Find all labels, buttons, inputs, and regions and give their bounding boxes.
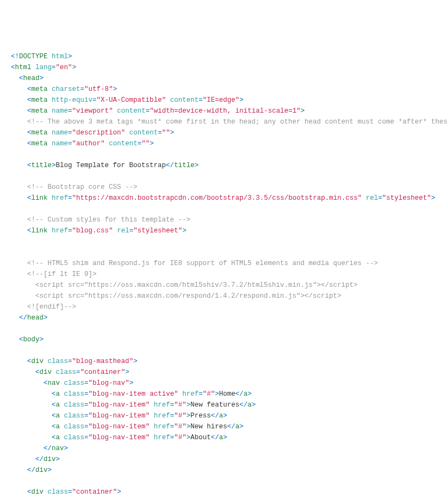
- code-line: <a class="blog-nav-item" href="#">New fe…: [11, 399, 436, 410]
- code-line: <!-- Bootstrap core CSS -->: [11, 182, 436, 193]
- code-line: <div class="blog-masthead">: [11, 356, 436, 367]
- code-line: <meta http-equiv="X-UA-Compatible" conte…: [11, 95, 436, 106]
- code-line: <body>: [11, 334, 436, 345]
- code-line: <link href="blog.css" rel="stylesheet">: [11, 225, 436, 236]
- code-line: <a class="blog-nav-item" href="#">About<…: [11, 432, 436, 443]
- code-line: <!DOCTYPE html>: [11, 51, 436, 62]
- code-line: <div class="container">: [11, 487, 436, 497]
- code-line: <meta name="viewport" content="width=dev…: [11, 106, 436, 116]
- code-line: <!-- Custom styles for this template -->: [11, 214, 436, 225]
- code-line: <!-- The above 3 meta tags *must* come f…: [11, 116, 436, 127]
- code-line: <nav class="blog-nav">: [11, 378, 436, 389]
- code-line: </head>: [11, 312, 436, 323]
- code-line: <meta name="author" content="">: [11, 138, 436, 149]
- code-line: <script src="https://oss.maxcdn.com/html…: [11, 280, 436, 291]
- code-line: <div class="container">: [11, 367, 436, 378]
- code-line: <!--[if lt IE 9]>: [11, 269, 436, 280]
- code-line: </div>: [11, 454, 436, 465]
- code-block: <!DOCTYPE html><html lang="en"> <head> <…: [11, 51, 436, 504]
- code-line: <link href="https://maxcdn.bootstrapcdn.…: [11, 193, 436, 204]
- code-line: <meta name="description" content="">: [11, 127, 436, 138]
- code-line: <head>: [11, 73, 436, 84]
- code-line: <title>Blog Template for Bootstrap</titl…: [11, 160, 436, 171]
- code-line: <a class="blog-nav-item" href="#">New hi…: [11, 421, 436, 432]
- code-line: <a class="blog-nav-item active" href="#"…: [11, 389, 436, 399]
- code-line: <a class="blog-nav-item" href="#">Press<…: [11, 410, 436, 421]
- code-line: </div>: [11, 465, 436, 476]
- code-line: <html lang="en">: [11, 62, 436, 73]
- code-line: <![endif]-->: [11, 302, 436, 312]
- code-line: </nav>: [11, 443, 436, 454]
- code-line: <script src="https://oss.maxcdn.com/resp…: [11, 291, 436, 302]
- code-line: <meta charset="utf-8">: [11, 84, 436, 95]
- code-line: <!-- HTML5 shim and Respond.js for IE8 s…: [11, 258, 436, 269]
